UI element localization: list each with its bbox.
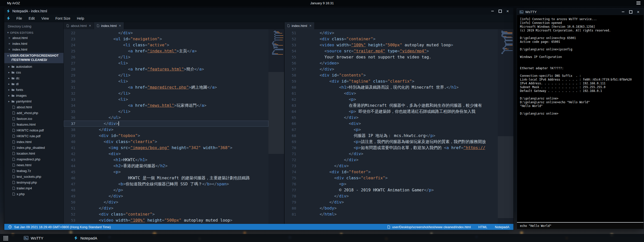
file-item[interactable]: trailer.mp4 <box>4 185 64 191</box>
code-line[interactable]: 53 <video width="100%" height="500px" au… <box>64 217 268 223</box>
open-editors-header[interactable]: ▾ OPEN EDITORS <box>4 30 64 35</box>
file-item[interactable]: x.php <box>4 191 64 197</box>
file-item[interactable]: testmysql.php <box>4 180 64 185</box>
close-icon[interactable]: × <box>8 36 11 40</box>
code-line[interactable]: 42 <div> <box>64 151 268 157</box>
code-line[interactable]: 50 </div> <box>64 199 268 205</box>
code-line[interactable]: 26 </li> <box>64 54 268 60</box>
code-line[interactable]: 75 <div class="clearfix"> <box>285 175 498 181</box>
code-line[interactable]: 81 </html> <box>285 211 498 217</box>
code-line[interactable]: 63 在香港的Minecraft 伺服器中，多為小遊戲和純生存的伺服器，較少擁有 <box>285 102 498 109</box>
code-line[interactable]: 27 <li> <box>64 60 268 66</box>
code-line[interactable]: 65 </div> <box>285 115 498 121</box>
code-line[interactable]: 31 <a href="mapredirect.php">網上地圖</a> <box>64 84 268 90</box>
open-editor-item[interactable]: × about.html <box>4 35 64 41</box>
code-line[interactable]: 41 <img src="images/box.png" height="342… <box>64 145 268 151</box>
code-line[interactable]: 59 <div id="tagline" class="clearfix"> <box>285 78 498 84</box>
code-line[interactable]: 24 <li class="active"> <box>64 42 268 48</box>
code-line[interactable]: 58 <div id="contents"> <box>285 72 498 78</box>
taskbar-item-wstty[interactable]: WsTTY <box>22 234 45 242</box>
file-item[interactable]: HKWTC notice.pdf <box>4 127 64 133</box>
code-line[interactable]: 76 <p> <box>285 181 498 187</box>
file-item[interactable]: index.php_disabled <box>4 145 64 151</box>
code-line[interactable]: 45 <p> <box>64 169 268 175</box>
code-line[interactable]: 77 © 2018 - 2019 HKWTC Animation Gamer</… <box>285 187 498 193</box>
code-line[interactable]: 79 </div> <box>285 199 498 205</box>
code-line[interactable]: 38 </div> <box>64 127 268 133</box>
file-item[interactable]: location.html <box>4 151 64 156</box>
code-line[interactable]: 60 <h1>特別為建築及鐵路而設，現代化的 Minecraft 世界.</h1… <box>285 84 498 90</box>
code-line[interactable]: 28 <a href="features.html">簡介</a> <box>64 66 268 72</box>
folder-item[interactable]: ▸ fonts <box>4 87 64 93</box>
folder-item[interactable]: ▸ yamlymlml <box>4 98 64 104</box>
code-line[interactable]: 80 </body> <box>285 205 498 211</box>
minimap-viewport[interactable] <box>268 72 284 154</box>
code-line[interactable]: 62 <p> <box>285 96 498 102</box>
tab-close-icon[interactable]: × <box>310 24 312 28</box>
tab-close-icon[interactable]: × <box>89 24 91 28</box>
wstty-titlebar[interactable]: WsTTY × <box>517 9 643 15</box>
file-item[interactable]: news.html <box>4 162 64 168</box>
file-item[interactable]: test_sockets.php <box>4 174 64 180</box>
code-line[interactable]: 43 <h1>HKWTC</h1> <box>64 157 268 163</box>
code-line[interactable]: 36 </ul> <box>64 115 268 121</box>
code-line[interactable]: 71 </div> <box>285 151 498 157</box>
code-line[interactable]: 34 <a href="news.html">玩家傳送門</a> <box>64 102 268 109</box>
menu-item[interactable]: View <box>38 16 52 20</box>
close-icon[interactable]: × <box>8 48 11 51</box>
code-line[interactable]: 78 </div> <box>285 193 498 199</box>
code-editor-left[interactable]: 22 </div> 23 <ul id="navigation"> <box>64 29 268 224</box>
code-line[interactable]: 55 Your browser does not support the vid… <box>285 54 498 60</box>
folder-item[interactable]: ▸ images <box>4 93 64 98</box>
code-line[interactable]: 53 <video width="100%" height="500px" au… <box>285 42 498 48</box>
code-line[interactable]: 48 </p> <box>64 187 268 193</box>
code-line[interactable]: 39 <div id="topbox"> <box>64 133 268 139</box>
code-line[interactable]: 49 </div> <box>64 193 268 199</box>
code-line[interactable]: 74 <div id="footer"> <box>285 169 498 175</box>
terminal-output[interactable]: [info] Connecting to arozos WsTTY servic… <box>517 15 643 222</box>
code-line[interactable]: 56 </video> <box>285 60 498 66</box>
os-brand[interactable]: My ArOZ <box>7 1 20 5</box>
maximize-button[interactable] <box>627 9 634 15</box>
code-line[interactable]: 64 <p> 即使你不是建築師，你也能透過紅石師或鐵路工程師的身份加入我 <box>285 109 498 115</box>
code-line[interactable]: 22 </div> <box>64 30 268 36</box>
minimap-viewport[interactable] <box>498 136 513 218</box>
code-line[interactable]: 51 </div> <box>285 30 498 36</box>
code-line[interactable]: 46 HKWTC 是一個 Minecraft 的建築伺服器，主要建築計劃包括鐵路 <box>64 175 268 181</box>
open-editor-item[interactable]: × index.html <box>4 47 64 52</box>
file-item[interactable]: favicon.ico <box>4 116 64 122</box>
file-item[interactable]: mapredirect.php <box>4 156 64 162</box>
code-line[interactable]: 72 </div> <box>285 157 498 163</box>
file-item[interactable]: teabag.7z <box>4 168 64 174</box>
code-line[interactable]: 52 <div class="container"> <box>285 36 498 42</box>
menu-item[interactable]: Help <box>74 16 87 20</box>
code-line[interactable]: 69 <p>請注意，我們的伺服器為確保玩家及遊玩時的質素，我們對的服務開放 <box>285 139 498 145</box>
code-line[interactable]: 66 <div> <box>285 121 498 127</box>
file-item[interactable]: about.html <box>4 104 64 110</box>
code-line[interactable]: 51 </div> <box>64 205 268 211</box>
code-line[interactable]: 44 <h2>香港的建築伺服器</h2> <box>64 163 268 169</box>
minimap[interactable] <box>268 29 284 224</box>
code-line[interactable]: 68 伺服器 IP 地址為： mcs.hkwtc.org</p> <box>285 133 498 139</box>
code-line[interactable]: 23 <ul id="navigation"> <box>64 36 268 42</box>
code-line[interactable]: 25 <a href="index.html">主頁</a> <box>64 48 268 54</box>
hamburger-menu-icon[interactable] <box>636 2 640 5</box>
editor-tab[interactable]: index.html × <box>94 22 124 29</box>
code-line[interactable]: 70 <p>如有問題或需要申請白名單，歡迎加入我們的 <a href="http… <box>285 145 498 151</box>
folder-item[interactable]: ▸ css <box>4 70 64 75</box>
code-line[interactable]: 67 <p> <box>285 127 498 133</box>
file-item[interactable]: features.html <box>4 122 64 127</box>
code-line[interactable]: 40 <div class="clearfix"> <box>64 139 268 145</box>
taskbar-item-notepada[interactable]: NotepadA <box>72 234 99 242</box>
code-line[interactable]: 37 </div> <box>64 121 268 127</box>
minimize-button[interactable] <box>489 8 496 14</box>
notepada-titlebar[interactable]: NotepadA - index.html × <box>4 8 513 15</box>
close-icon[interactable]: × <box>8 42 11 46</box>
code-line[interactable]: 61 <div> <box>285 90 498 96</box>
code-line[interactable]: 35 </li> <box>64 109 268 115</box>
code-line[interactable]: 52 <div class="container"> <box>64 211 268 217</box>
minimap[interactable] <box>498 29 513 224</box>
file-item[interactable]: HKWTC rule.pdf <box>4 133 64 139</box>
terminal-input[interactable]: echo "Hello World" <box>517 222 643 229</box>
folder-item[interactable]: ▸ dl <box>4 81 64 87</box>
